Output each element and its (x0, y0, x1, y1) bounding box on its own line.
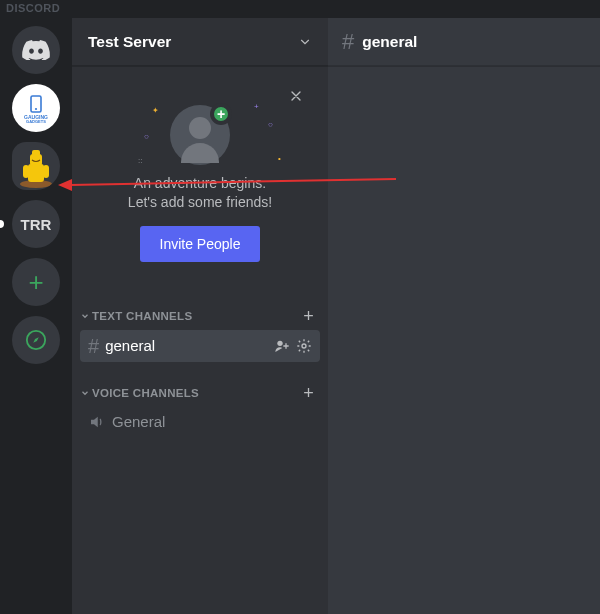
add-text-channel-button[interactable]: + (303, 306, 314, 327)
speaker-icon (88, 413, 106, 431)
server-list: GAUGING GADGETS TRR + (0, 18, 72, 614)
chat-header: # general (328, 18, 600, 66)
compass-icon (25, 329, 47, 351)
chat-channel-title: general (362, 33, 417, 51)
create-invite-icon[interactable] (274, 338, 290, 354)
channel-sidebar: Test Server ✦ + ○ ○ :: • + An adventure … (72, 18, 328, 614)
welcome-text-line1: An adventure begins. (96, 174, 304, 193)
hash-icon: # (88, 336, 99, 356)
discord-home-button[interactable] (12, 26, 60, 74)
chat-area: # general (328, 18, 600, 614)
category-text-channels[interactable]: TEXT CHANNELS + (72, 300, 328, 329)
avatar-placeholder-icon: + (170, 105, 230, 165)
app-container: GAUGING GADGETS TRR + (0, 0, 600, 614)
gauging-gadgets-icon: GAUGING GADGETS (20, 92, 52, 124)
category-voice-label: VOICE CHANNELS (92, 387, 199, 399)
server-gauging-gadgets[interactable]: GAUGING GADGETS (12, 84, 60, 132)
svg-rect-8 (43, 165, 49, 178)
add-server-button[interactable]: + (12, 258, 60, 306)
channel-general-voice-label: General (112, 413, 165, 430)
category-text-label: TEXT CHANNELS (92, 310, 192, 322)
welcome-text-line2: Let's add some friends! (96, 193, 304, 212)
server-name-label: Test Server (88, 33, 171, 51)
channel-actions (274, 338, 312, 354)
invite-people-button[interactable]: Invite People (140, 226, 261, 262)
server-test-server[interactable] (12, 142, 60, 190)
add-voice-channel-button[interactable]: + (303, 383, 314, 404)
svg-rect-7 (23, 165, 29, 178)
plus-icon: + (28, 267, 43, 298)
channel-general-text[interactable]: # general (80, 330, 320, 362)
svg-rect-6 (32, 150, 40, 156)
server-trr-label: TRR (21, 216, 52, 233)
svg-text:GADGETS: GADGETS (26, 119, 46, 124)
chevron-down-icon (80, 388, 90, 398)
welcome-graphic: ✦ + ○ ○ :: • + (96, 98, 304, 174)
server-header[interactable]: Test Server (72, 18, 328, 66)
server-trr[interactable]: TRR (12, 200, 60, 248)
svg-point-1 (35, 108, 37, 110)
svg-point-10 (277, 340, 282, 345)
category-voice-channels[interactable]: VOICE CHANNELS + (72, 377, 328, 406)
discord-logo-icon (22, 40, 50, 60)
gear-icon[interactable] (296, 338, 312, 354)
svg-point-11 (302, 344, 306, 348)
svg-rect-4 (28, 164, 44, 182)
explore-servers-button[interactable] (12, 316, 60, 364)
lego-avatar-icon (12, 142, 60, 190)
channel-general-voice[interactable]: General (80, 407, 320, 437)
add-friend-badge-icon: + (210, 103, 232, 125)
channel-general-label: general (105, 337, 155, 354)
welcome-card: ✦ + ○ ○ :: • + An adventure begins. Let'… (88, 82, 312, 278)
hash-icon: # (342, 29, 354, 55)
app-brand-label: DISCORD (6, 2, 60, 14)
chevron-down-icon (298, 35, 312, 49)
chevron-down-icon (80, 311, 90, 321)
